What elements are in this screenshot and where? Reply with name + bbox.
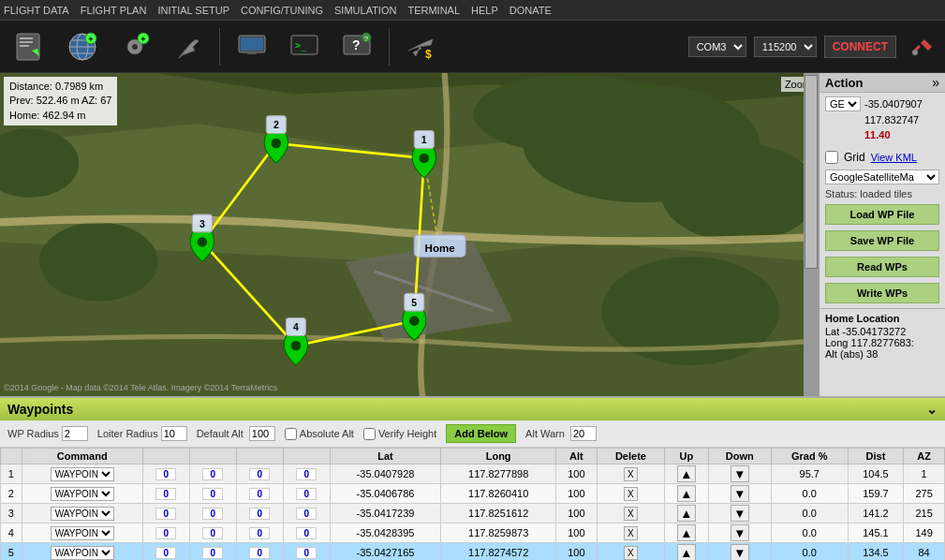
row-command[interactable]: WAYPOINT bbox=[22, 464, 142, 484]
command-select[interactable]: WAYPOINT bbox=[51, 526, 114, 540]
delete-button[interactable]: X bbox=[624, 507, 638, 521]
com-port-select[interactable]: COM3 bbox=[688, 37, 746, 57]
wp-radius-input[interactable] bbox=[62, 426, 88, 441]
row-p3[interactable] bbox=[236, 543, 283, 561]
row-p2[interactable] bbox=[189, 484, 236, 504]
load-wp-file-button[interactable]: Load WP File bbox=[825, 204, 939, 225]
up-button[interactable]: ▲ bbox=[677, 485, 696, 502]
baud-rate-select[interactable]: 115200 bbox=[754, 37, 817, 57]
row-command[interactable]: WAYPOINT bbox=[22, 504, 142, 523]
zoom-thumb[interactable] bbox=[805, 75, 818, 269]
row-delete[interactable]: X bbox=[597, 543, 664, 561]
down-button[interactable]: ▼ bbox=[731, 485, 749, 502]
menu-flight-plan[interactable]: FLIGHT PLAN bbox=[81, 5, 147, 16]
up-button[interactable]: ▲ bbox=[677, 524, 696, 541]
add-below-button[interactable]: Add Below bbox=[446, 424, 516, 443]
geo-type-select[interactable]: GEO bbox=[825, 96, 861, 111]
up-button[interactable]: ▲ bbox=[677, 465, 696, 482]
down-button[interactable]: ▼ bbox=[731, 465, 749, 482]
row-p4[interactable] bbox=[283, 523, 330, 543]
row-p3[interactable] bbox=[236, 523, 283, 543]
menu-config-tuning[interactable]: CONFIG/TUNING bbox=[241, 5, 323, 16]
row-command[interactable]: WAYPOINT bbox=[22, 484, 142, 504]
alt-warn-input[interactable] bbox=[570, 426, 597, 441]
grid-checkbox[interactable] bbox=[825, 151, 838, 164]
row-p1[interactable] bbox=[142, 523, 189, 543]
loiter-radius-input[interactable] bbox=[161, 426, 187, 441]
map-zoom-scrollbar[interactable] bbox=[804, 73, 819, 396]
delete-button[interactable]: X bbox=[624, 487, 638, 501]
delete-button[interactable]: X bbox=[624, 546, 638, 560]
read-wps-button[interactable]: Read WPs bbox=[825, 257, 939, 277]
row-p4[interactable] bbox=[283, 504, 330, 523]
down-button[interactable]: ▼ bbox=[731, 505, 749, 522]
row-down[interactable]: ▼ bbox=[708, 543, 771, 561]
row-p1[interactable] bbox=[142, 504, 189, 523]
default-alt-input[interactable] bbox=[249, 426, 275, 441]
row-down[interactable]: ▼ bbox=[708, 504, 771, 523]
row-p1[interactable] bbox=[142, 464, 189, 484]
menu-donate[interactable]: DONATE bbox=[509, 5, 552, 16]
command-select[interactable]: WAYPOINT bbox=[51, 507, 114, 521]
map-type-select[interactable]: GoogleSatelliteMa bbox=[825, 169, 939, 184]
row-up[interactable]: ▲ bbox=[665, 523, 709, 543]
row-p3[interactable] bbox=[236, 504, 283, 523]
table-row: 3 WAYPOINT -35.0417239 117.8251612 100 X… bbox=[1, 504, 945, 523]
view-kml-link[interactable]: View KML bbox=[871, 152, 917, 163]
down-button[interactable]: ▼ bbox=[731, 544, 749, 560]
menu-simulation[interactable]: SIMULATION bbox=[334, 5, 396, 16]
up-button[interactable]: ▲ bbox=[677, 544, 696, 560]
row-up[interactable]: ▲ bbox=[665, 484, 709, 504]
row-p4[interactable] bbox=[283, 543, 330, 561]
initial-setup-icon-btn[interactable]: + bbox=[112, 24, 157, 69]
delete-button[interactable]: X bbox=[624, 467, 638, 481]
map-container[interactable]: Home 1 2 3 bbox=[0, 73, 819, 396]
terminal-icon-btn[interactable]: >_ bbox=[282, 24, 327, 69]
row-delete[interactable]: X bbox=[597, 484, 664, 504]
command-select[interactable]: WAYPOINT bbox=[51, 487, 114, 501]
flight-plan-icon-btn[interactable]: + bbox=[60, 24, 105, 69]
action-expand-icon[interactable]: » bbox=[932, 75, 939, 90]
row-delete[interactable]: X bbox=[597, 523, 664, 543]
row-p3[interactable] bbox=[236, 484, 283, 504]
row-delete[interactable]: X bbox=[597, 504, 664, 523]
donate-icon-btn[interactable]: $ bbox=[399, 24, 444, 69]
row-p3[interactable] bbox=[236, 464, 283, 484]
help-icon-btn[interactable]: ? ? bbox=[334, 24, 379, 69]
down-button[interactable]: ▼ bbox=[731, 524, 749, 541]
row-up[interactable]: ▲ bbox=[665, 464, 709, 484]
flight-data-icon-btn[interactable] bbox=[7, 24, 52, 69]
connect-button[interactable]: CONNECT bbox=[824, 36, 896, 58]
config-tuning-icon-btn[interactable] bbox=[165, 24, 210, 69]
verify-height-checkbox[interactable] bbox=[363, 428, 376, 440]
row-p4[interactable] bbox=[283, 484, 330, 504]
menu-terminal[interactable]: TERMINAL bbox=[407, 5, 460, 16]
command-select[interactable]: WAYPOINT bbox=[51, 546, 114, 560]
row-p4[interactable] bbox=[283, 464, 330, 484]
row-up[interactable]: ▲ bbox=[665, 543, 709, 561]
row-delete[interactable]: X bbox=[597, 464, 664, 484]
menu-flight-data[interactable]: FLIGHT DATA bbox=[4, 5, 69, 16]
write-wps-button[interactable]: Write WPs bbox=[825, 283, 939, 303]
row-down[interactable]: ▼ bbox=[708, 523, 771, 543]
menu-help[interactable]: HELP bbox=[471, 5, 498, 16]
waypoints-collapse-icon[interactable]: ⌄ bbox=[926, 402, 938, 417]
row-p2[interactable] bbox=[189, 543, 236, 561]
row-up[interactable]: ▲ bbox=[665, 504, 709, 523]
row-p2[interactable] bbox=[189, 464, 236, 484]
row-p1[interactable] bbox=[142, 543, 189, 561]
absolute-alt-checkbox[interactable] bbox=[285, 428, 297, 440]
up-button[interactable]: ▲ bbox=[677, 505, 696, 522]
row-p1[interactable] bbox=[142, 484, 189, 504]
menu-initial-setup[interactable]: INITIAL SETUP bbox=[157, 5, 229, 16]
row-down[interactable]: ▼ bbox=[708, 464, 771, 484]
row-p2[interactable] bbox=[189, 504, 236, 523]
row-p2[interactable] bbox=[189, 523, 236, 543]
row-command[interactable]: WAYPOINT bbox=[22, 523, 142, 543]
row-down[interactable]: ▼ bbox=[708, 484, 771, 504]
command-select[interactable]: WAYPOINT bbox=[51, 467, 114, 481]
delete-button[interactable]: X bbox=[624, 526, 638, 540]
row-command[interactable]: WAYPOINT bbox=[22, 543, 142, 561]
simulation-icon-btn[interactable] bbox=[229, 24, 274, 69]
save-wp-file-button[interactable]: Save WP File bbox=[825, 230, 939, 251]
